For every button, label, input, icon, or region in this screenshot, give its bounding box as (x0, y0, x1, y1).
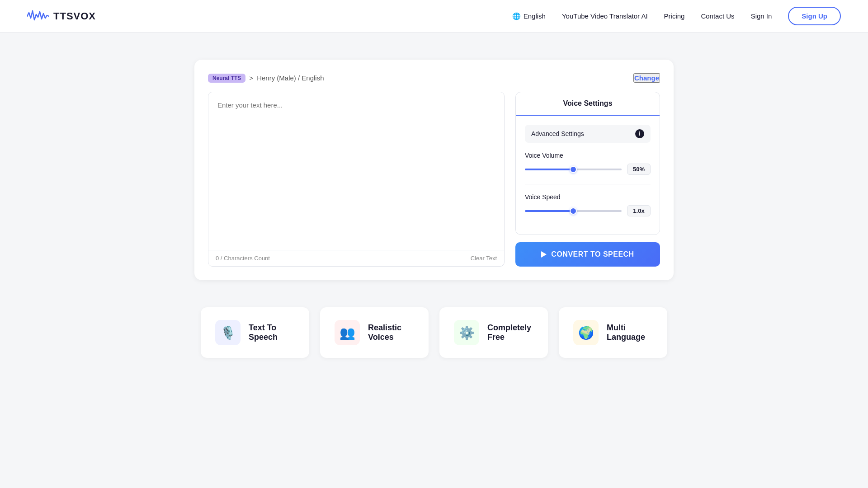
text-area-wrapper: 0 / Characters Count Clear Text (208, 92, 505, 267)
voice-detail: Henry (Male) / English (257, 74, 324, 82)
tts-icon: 🎙️ (215, 320, 241, 345)
voice-bar: Neural TTS > Henry (Male) / English Chan… (208, 73, 660, 83)
voice-settings-tab[interactable]: Voice Settings (516, 92, 660, 116)
settings-body: Advanced Settings i Voice Volume 50% (516, 116, 660, 235)
volume-value: 50% (627, 164, 651, 175)
play-icon (541, 251, 547, 258)
voice-info: Neural TTS > Henry (Male) / English (208, 74, 324, 83)
ml-icon: 🌍 (573, 320, 599, 345)
logo-text: TTSVOX (53, 10, 96, 22)
flag-icon: 🌐 (512, 12, 521, 20)
speed-group: Voice Speed 1.0x (525, 193, 651, 216)
tts-label: Text To Speech (249, 323, 295, 342)
feature-cf: ⚙️ Completely Free (439, 307, 548, 358)
cf-icon: ⚙️ (454, 320, 479, 345)
convert-button[interactable]: CONVERT TO SPEECH (515, 242, 660, 267)
feature-ml: 🌍 Multi Language (559, 307, 667, 358)
clear-text-button[interactable]: Clear Text (471, 255, 497, 262)
advanced-settings-header: Advanced Settings i (525, 125, 651, 143)
volume-slider[interactable] (525, 169, 622, 170)
rv-icon: 👥 (335, 320, 360, 345)
volume-slider-row: 50% (525, 164, 651, 175)
text-input[interactable] (208, 92, 504, 250)
signin-button[interactable]: Sign In (751, 12, 772, 20)
logo[interactable]: TTSVOX (27, 9, 96, 23)
advanced-settings-label: Advanced Settings (531, 130, 584, 137)
nav-pricing[interactable]: Pricing (664, 12, 685, 20)
language-selector[interactable]: 🌐 English (512, 12, 546, 20)
language-label: English (524, 12, 546, 20)
main-content: Neural TTS > Henry (Male) / English Chan… (185, 33, 683, 376)
volume-group: Voice Volume 50% (525, 152, 651, 175)
voice-arrow: > (249, 74, 253, 82)
nav-contact[interactable]: Contact Us (701, 12, 734, 20)
main-nav: 🌐 English YouTube Video Translator AI Pr… (512, 7, 841, 25)
slider-divider (525, 184, 651, 184)
signup-button[interactable]: Sign Up (788, 7, 841, 25)
text-footer: 0 / Characters Count Clear Text (208, 250, 504, 266)
info-icon[interactable]: i (635, 129, 644, 138)
speed-slider[interactable] (525, 210, 622, 212)
convert-label: CONVERT TO SPEECH (551, 250, 634, 258)
main-card: Neural TTS > Henry (Male) / English Chan… (194, 60, 674, 280)
nav-youtube-translator[interactable]: YouTube Video Translator AI (562, 12, 648, 20)
features-row: 🎙️ Text To Speech 👥 Realistic Voices ⚙️ … (194, 307, 674, 358)
volume-label: Voice Volume (525, 152, 651, 159)
char-count: 0 / Characters Count (216, 255, 270, 262)
settings-card: Voice Settings Advanced Settings i Voice… (515, 92, 660, 235)
change-voice-button[interactable]: Change (633, 73, 660, 83)
settings-section: Voice Settings Advanced Settings i Voice… (515, 92, 660, 267)
ml-label: Multi Language (607, 323, 653, 342)
header: TTSVOX 🌐 English YouTube Video Translato… (0, 0, 868, 33)
feature-rv: 👥 Realistic Voices (320, 307, 429, 358)
speed-slider-row: 1.0x (525, 205, 651, 216)
cf-label: Completely Free (487, 323, 533, 342)
feature-tts: 🎙️ Text To Speech (201, 307, 309, 358)
text-section: 0 / Characters Count Clear Text (208, 92, 505, 267)
speed-label: Voice Speed (525, 193, 651, 201)
rv-label: Realistic Voices (368, 323, 414, 342)
speed-value: 1.0x (627, 205, 651, 216)
card-body: 0 / Characters Count Clear Text Voice Se… (208, 92, 660, 267)
neural-tts-badge: Neural TTS (208, 74, 245, 83)
